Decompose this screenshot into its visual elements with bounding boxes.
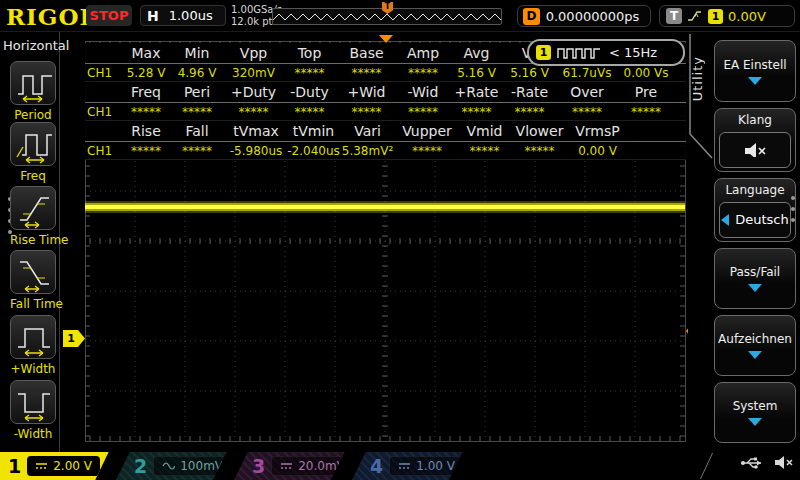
channel-tab-3[interactable]: 320.0mV <box>234 452 348 480</box>
horizontal-item--width[interactable]: +Width <box>10 315 56 376</box>
trigger-readout-box[interactable]: T 1 0.00V <box>659 5 795 27</box>
rising-edge-icon <box>687 9 703 23</box>
measurement-value: ***** <box>450 105 503 119</box>
ch1-trace <box>85 201 685 213</box>
ac-coupling-icon <box>162 459 175 473</box>
menu-button-language[interactable]: LanguageDeutsch <box>714 178 796 242</box>
channel-scale-box: 20.0mV <box>271 456 354 476</box>
channel-tab-4[interactable]: 41.00 V <box>352 452 466 480</box>
measurement-value: ***** <box>459 144 510 158</box>
dc-coupling-icon <box>35 459 48 473</box>
chevron-down-icon <box>748 77 762 85</box>
measurement-header: Vari <box>340 123 395 139</box>
measurement-header-row: FreqPeri+Duty-Duty+Wid-Wid+Rate-RateOver… <box>85 82 686 103</box>
measurement-value: ***** <box>395 144 459 158</box>
channel-scale-box: 100mV <box>153 456 232 476</box>
measurement-value: ***** <box>337 105 396 119</box>
chevron-down-icon <box>748 351 762 359</box>
measurement-header: tVmin <box>287 123 340 139</box>
horizontal-item-freq[interactable]: Freq <box>10 122 56 183</box>
menu-button-ea-einstell[interactable]: EA Einstell <box>714 40 796 102</box>
measurement-value: 4.96 V <box>169 66 225 80</box>
speaker-mute-icon <box>742 139 768 160</box>
measurement-header: Vpp <box>225 45 282 61</box>
waveform-preview-strip[interactable]: T <box>272 8 502 25</box>
menu-button-label: System <box>733 399 778 413</box>
h-label: H <box>147 8 159 24</box>
channel-number: 1 <box>8 455 21 477</box>
delay-badge: D <box>523 8 540 25</box>
measurement-header: Min <box>169 45 225 61</box>
delay-value: 0.00000000ps <box>540 9 645 24</box>
horizontal-item-period[interactable]: Period <box>10 61 56 122</box>
channel-scale-value: 2.00 V <box>53 459 92 473</box>
measurement-header: Pre <box>618 84 674 100</box>
measurement-value: ***** <box>396 66 450 80</box>
menu-button-label: Pass/Fail <box>730 265 780 279</box>
measurement-header: Peri <box>169 84 225 100</box>
channel-tab-1[interactable]: 12.00 V <box>0 452 112 480</box>
trigger-source-badge: 1 <box>708 9 723 24</box>
channel-number: 3 <box>252 455 265 477</box>
channel-scale-value: 20.0mV <box>298 459 345 473</box>
channel-number: 4 <box>370 455 383 477</box>
horizontal-timebase-box[interactable]: H 1.00us <box>140 5 226 26</box>
measurement-header: VrmsP <box>569 123 626 139</box>
speaker-mute-icon <box>774 455 794 470</box>
measurement-value: ***** <box>510 144 569 158</box>
horizontal-item-label: Fall Time <box>10 297 56 311</box>
measurement-value: ***** <box>282 105 337 119</box>
measurement-value: 0.00 V <box>569 144 626 158</box>
channel1-position-marker[interactable]: 1 <box>63 330 85 347</box>
measurement-header: Over <box>556 84 618 100</box>
measurement-value: ***** <box>169 105 225 119</box>
measurement-header: -Rate <box>503 84 556 100</box>
measurement-header: -Duty <box>282 84 337 100</box>
horizontal-item-label: Period <box>10 108 56 122</box>
measurement-header: +Wid <box>337 84 396 100</box>
delay-readout-box[interactable]: D 0.00000000ps <box>517 5 651 27</box>
horizontal-item--width[interactable]: -Width <box>10 380 56 441</box>
measurement-header: Avg <box>450 45 503 61</box>
menu-button-aufzeichnen[interactable]: Aufzeichnen <box>714 315 796 376</box>
measurement-value: ***** <box>396 105 450 119</box>
horizontal-item-fall-time[interactable]: Fall Time <box>10 250 56 311</box>
menu-button-value-box[interactable]: Deutsch <box>719 202 791 238</box>
utility-tab-outline <box>688 32 714 172</box>
menu-button-pass-fail[interactable]: Pass/Fail <box>714 248 796 309</box>
menu-button-label: EA Einstell <box>723 58 786 72</box>
menu-button-klang[interactable]: Klang <box>714 108 796 172</box>
run-state-badge[interactable]: STOP <box>86 5 132 26</box>
measurement-value: -2.040us <box>287 144 340 158</box>
chevron-down-icon <box>748 284 762 292</box>
measurement-header: Max <box>123 45 169 61</box>
trigger-level-value: 0.00V <box>728 9 766 24</box>
chevron-down-icon <box>748 418 762 426</box>
plus-width-icon <box>10 315 56 359</box>
channel-scale-box: 1.00 V <box>389 456 464 476</box>
measurement-header: Amp <box>396 45 450 61</box>
trigger-frequency-popup: 1 < 15Hz <box>527 39 685 66</box>
trigger-position-marker-icon[interactable] <box>379 35 393 43</box>
measurement-header: +Rate <box>450 84 503 100</box>
channel-tab-2[interactable]: 2100mV <box>116 452 230 480</box>
measurement-channel-label: CH1 <box>85 66 123 80</box>
utility-tab-label: Utility <box>690 56 705 101</box>
measurement-header: Fall <box>169 123 225 139</box>
measurement-header: Vlower <box>510 123 569 139</box>
measurement-value: ***** <box>123 105 169 119</box>
menu-button-system[interactable]: System <box>714 382 796 443</box>
channel-scale-value: 1.00 V <box>416 459 455 473</box>
horizontal-item-label: Rise Time <box>10 233 56 247</box>
horizontal-item-rise-time[interactable]: Rise Time <box>10 186 56 247</box>
measurement-value: 5.28 V <box>123 66 169 80</box>
menu-button-label: Aufzeichnen <box>718 332 792 346</box>
measurement-value: ***** <box>337 66 396 80</box>
channel-scale-box: 2.00 V <box>27 456 100 476</box>
dc-coupling-icon <box>398 459 411 473</box>
measurement-value: ***** <box>618 105 674 119</box>
measurement-value: ***** <box>556 105 618 119</box>
menu-button-value: Deutsch <box>735 212 789 227</box>
horizontal-item-label: Freq <box>10 169 56 183</box>
menu-button-value-box[interactable] <box>719 132 791 168</box>
